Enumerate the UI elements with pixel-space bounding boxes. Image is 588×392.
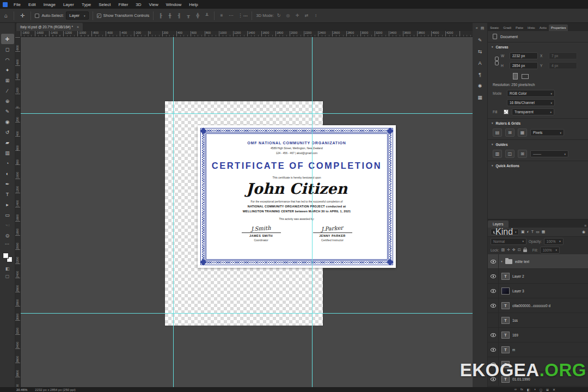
lock-option-icon[interactable]: ⊡ — [518, 248, 521, 252]
layer-thumbnail[interactable] — [501, 287, 510, 295]
panel-tab[interactable]: Swatc — [488, 24, 501, 31]
layer-name[interactable]: 169 — [512, 333, 518, 337]
move-tool-preset-icon[interactable]: ✛ — [20, 13, 24, 19]
tool-button[interactable]: ↺ — [1, 127, 14, 137]
close-icon[interactable]: × — [77, 25, 79, 29]
panel-tab[interactable]: Histo — [525, 24, 537, 31]
menu-item[interactable]: Help — [185, 0, 201, 9]
lock-option-icon[interactable]: ✜ — [512, 248, 516, 252]
align-icon[interactable]: ╨ — [204, 13, 210, 18]
lock-option-icon[interactable]: ✛ — [507, 248, 510, 252]
toggle-grid-button[interactable]: ⊞ — [505, 128, 514, 137]
layer-row[interactable]: ▾ T 1ss — [488, 313, 588, 328]
tool-button[interactable]: ▭ — [1, 210, 14, 220]
section-canvas[interactable]: ▾ Canvas — [488, 42, 588, 51]
menu-item[interactable]: Window — [162, 0, 185, 9]
eye-icon[interactable] — [491, 260, 496, 264]
panel-tab[interactable]: Patte — [513, 24, 525, 31]
menu-item[interactable]: Layer — [59, 0, 78, 9]
home-icon[interactable]: ⌂ — [4, 13, 8, 19]
eye-icon[interactable] — [491, 348, 496, 352]
panel-icon[interactable]: ✎ — [478, 38, 482, 43]
layer-filter-icon[interactable]: T — [531, 230, 534, 234]
edit-toolbar-button[interactable]: ••• — [5, 242, 9, 246]
distribute-icon[interactable]: ⋮ — [237, 13, 243, 18]
filter-kind-dropdown[interactable]: Kind ▾ — [491, 229, 519, 235]
panel-icon[interactable]: ⇆ — [478, 49, 482, 54]
layer-name[interactable]: cilla000000...ccccccc0 d — [512, 304, 550, 308]
distribute-icon[interactable]: ⋯ — [228, 13, 234, 18]
layer-thumbnail[interactable]: T — [501, 317, 510, 324]
layer-thumbnail[interactable]: T — [501, 273, 510, 280]
toggle-rulers-button[interactable]: ▤ — [493, 128, 502, 137]
layers-footer-icon[interactable]: ◧ — [527, 388, 530, 391]
canvas-fill-dropdown[interactable]: Transparent ▾ — [512, 108, 554, 115]
layer-name[interactable]: Layer 3 — [512, 289, 524, 293]
layer-name[interactable]: Layer 2 — [512, 274, 524, 278]
lock-all-icon[interactable] — [523, 249, 527, 252]
layer-thumbnail[interactable]: T — [501, 346, 510, 353]
layer-name[interactable]: 1ss — [512, 318, 518, 322]
certificate-layer[interactable]: OMF NATIONAL COMMUNITY ORGANIZATION 4589… — [198, 125, 396, 268]
section-rulers-grids[interactable]: ▾ Rulers & Grids — [488, 119, 588, 127]
align-icon[interactable]: ╟ — [157, 13, 164, 18]
height-field[interactable]: 2854 px — [510, 62, 538, 69]
layer-filter-icon[interactable]: ◐ — [527, 230, 529, 234]
bit-depth-dropdown[interactable]: 16 Bits/Channel ▾ — [507, 99, 555, 106]
layers-footer-icon[interactable]: ✕ — [553, 388, 555, 391]
tool-button[interactable]: ∕ — [1, 85, 14, 96]
eye-icon[interactable] — [491, 333, 496, 337]
tool-button[interactable]: ◉ — [1, 117, 14, 127]
panel-grid-icon[interactable]: ▤ — [481, 26, 485, 30]
3d-mode-icon[interactable]: ↻ — [275, 13, 282, 18]
3d-mode-icon[interactable]: ⇄ — [303, 13, 310, 18]
show-transform-checkbox[interactable]: ✓ — [97, 14, 101, 18]
tool-button[interactable]: ⊞ — [1, 75, 14, 85]
layer-thumbnail[interactable] — [505, 259, 512, 264]
link-dimensions-icon[interactable] — [494, 57, 498, 65]
visibility-cell[interactable] — [488, 313, 499, 327]
panel-icon[interactable]: A — [478, 60, 481, 66]
vertical-guide[interactable] — [312, 37, 313, 387]
3d-mode-icon[interactable]: ◎ — [285, 13, 291, 18]
tool-button[interactable]: ◐ — [1, 168, 14, 179]
tool-button[interactable]: ⊕ — [1, 96, 14, 106]
visibility-cell[interactable] — [488, 284, 499, 298]
horizontal-guide[interactable] — [21, 313, 473, 314]
toggle-snap-button[interactable]: ▦ — [518, 128, 527, 137]
3d-mode-icon[interactable]: ↕ — [313, 13, 319, 18]
layers-footer-icon[interactable]: ∞ — [514, 388, 517, 391]
panel-tab[interactable]: Gradi — [501, 24, 513, 31]
layers-footer-icon[interactable]: ⊞ — [546, 388, 549, 391]
panel-icon[interactable]: ✱ — [478, 83, 482, 89]
eye-icon[interactable] — [491, 304, 496, 308]
menu-item[interactable]: Select — [95, 0, 114, 9]
document-tab[interactable]: Italy id.psd @ 20.7% (RGB/16#) * × — [16, 23, 83, 31]
quick-mask-icon[interactable]: ◧ — [5, 266, 10, 271]
tool-button[interactable]: ✛ — [1, 34, 14, 44]
align-icon[interactable]: ╢ — [176, 13, 182, 18]
layer-row[interactable]: ▾ T cilla000000...ccccccc0 d — [488, 298, 588, 313]
group-chevron-icon[interactable]: ▾ — [499, 260, 505, 263]
auto-select-checkbox[interactable] — [35, 14, 39, 18]
layer-thumbnail[interactable]: T — [501, 302, 510, 309]
layer-name[interactable]: m — [512, 348, 515, 352]
portrait-orientation-button[interactable] — [513, 73, 518, 79]
tool-button[interactable]: ◻ — [1, 44, 14, 54]
section-quick-actions[interactable]: ▾ Quick Actions — [488, 161, 588, 170]
lock-option-icon[interactable]: ▨ — [501, 248, 505, 252]
visibility-cell[interactable] — [488, 328, 499, 342]
tool-button[interactable]: ▸ — [1, 199, 14, 210]
panel-icon[interactable]: ▦ — [477, 95, 482, 100]
layers-footer-icon[interactable]: ◑ — [534, 388, 536, 391]
visibility-cell[interactable] — [488, 254, 499, 268]
menu-item[interactable]: Filter — [115, 0, 132, 9]
layer-filter-icon[interactable]: ▦ — [542, 230, 546, 234]
layer-row[interactable]: ▾ T m — [488, 342, 588, 357]
layer-row[interactable]: ▾ Layer 3 — [488, 284, 588, 298]
menu-item[interactable]: File — [10, 0, 24, 9]
panel-tab[interactable]: Actio — [537, 24, 549, 31]
color-mode-dropdown[interactable]: RGB Color ▾ — [507, 90, 555, 97]
screen-mode-icon[interactable]: ▢ — [5, 274, 10, 279]
lock-guides-button[interactable]: ◫ — [505, 150, 514, 158]
